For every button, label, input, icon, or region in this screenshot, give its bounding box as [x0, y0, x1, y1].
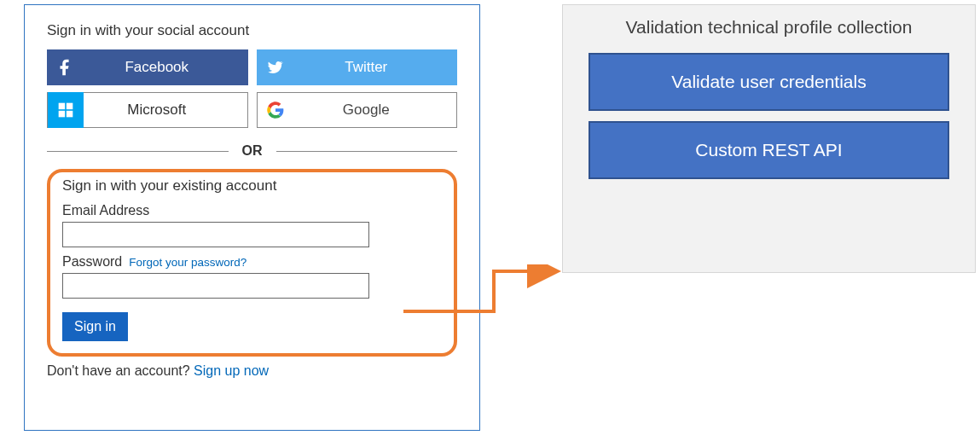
google-icon — [258, 92, 293, 128]
signin-panel: Sign in with your social account Faceboo… — [24, 4, 480, 431]
twitter-label: Twitter — [293, 59, 458, 76]
signup-row: Don't have an account? Sign up now — [47, 363, 457, 379]
microsoft-label: Microsoft — [84, 102, 247, 119]
divider-line-right — [276, 151, 458, 152]
google-button[interactable]: Google — [257, 92, 458, 128]
local-signin-form: Sign in with your existing account Email… — [47, 169, 457, 357]
password-label-text: Password — [62, 254, 122, 270]
validation-item: Validate user credentials — [589, 53, 949, 111]
local-signin-heading: Sign in with your existing account — [62, 177, 442, 194]
email-label: Email Address — [62, 203, 442, 218]
divider-line-left — [47, 151, 229, 152]
signup-link[interactable]: Sign up now — [194, 363, 269, 378]
signin-button[interactable]: Sign in — [62, 312, 128, 341]
google-label: Google — [293, 102, 457, 119]
or-label: OR — [229, 143, 276, 159]
social-heading: Sign in with your social account — [47, 22, 457, 39]
svg-rect-2 — [59, 111, 66, 118]
microsoft-icon — [48, 92, 84, 128]
validation-panel: Validation technical profile collection … — [562, 4, 976, 273]
svg-rect-1 — [67, 103, 73, 110]
password-field[interactable] — [62, 273, 369, 299]
signup-prompt: Don't have an account? — [47, 363, 190, 378]
validation-item: Custom REST API — [589, 121, 949, 179]
email-label-text: Email Address — [62, 203, 149, 218]
facebook-button[interactable]: Facebook — [47, 49, 248, 85]
password-label-row: Password Forgot your password? — [62, 254, 442, 270]
forgot-password-link[interactable]: Forgot your password? — [129, 256, 246, 269]
email-field[interactable] — [62, 222, 369, 247]
facebook-icon — [47, 49, 83, 85]
twitter-button[interactable]: Twitter — [257, 49, 458, 85]
facebook-label: Facebook — [83, 59, 248, 76]
svg-rect-3 — [67, 111, 73, 118]
validation-title: Validation technical profile collection — [582, 17, 956, 38]
or-divider: OR — [47, 143, 457, 159]
svg-rect-0 — [59, 103, 66, 110]
social-button-grid: Facebook Twitter Microsoft Google — [47, 49, 457, 128]
twitter-icon — [257, 49, 293, 85]
microsoft-button[interactable]: Microsoft — [47, 92, 248, 128]
